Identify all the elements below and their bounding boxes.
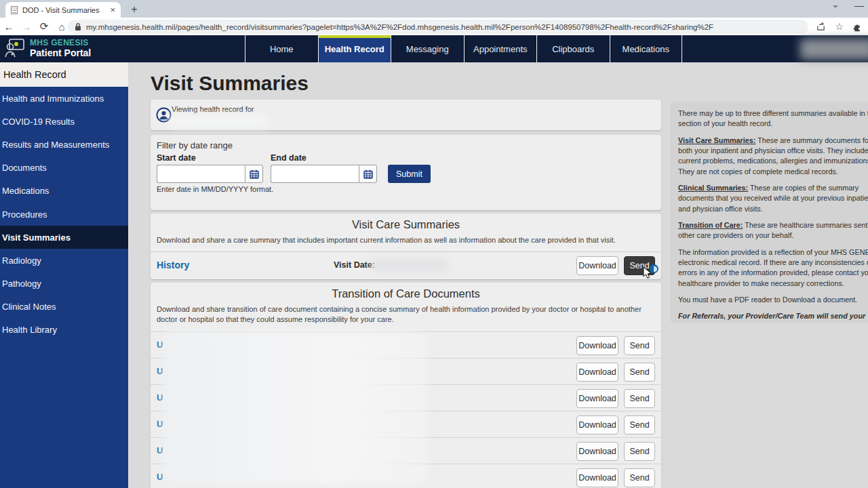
nav-tab-clipboards[interactable]: Clipboards: [536, 35, 610, 62]
sidebar-item-medications[interactable]: Medications: [0, 180, 128, 203]
calendar-icon: [250, 169, 259, 179]
info-panel: There may be up to three different summa…: [670, 102, 868, 323]
toolbar-right-icons: ☆: [816, 18, 863, 35]
info-paragraph: The information provided is a reflection…: [678, 247, 868, 289]
browser-tab-strip: DOD - Visit Summaries × + ⌄ —: [0, 0, 868, 18]
history-link[interactable]: History: [157, 260, 189, 270]
share-icon[interactable]: [816, 22, 826, 32]
viewing-record-card: Viewing health record for: [151, 100, 661, 130]
document-link-redacted[interactable]: U: [157, 340, 163, 350]
end-date-calendar-button[interactable]: [359, 165, 377, 183]
sidebar-item-results-and-measurements[interactable]: Results and Measurements: [0, 133, 128, 156]
send-button[interactable]: Send: [624, 336, 655, 355]
info-paragraph: Visit Care Summaries: These are summary …: [678, 136, 868, 177]
download-button[interactable]: Download: [576, 442, 618, 461]
url-bar[interactable]: my.mhsgenesis.health.mil/pages/health_re…: [68, 20, 808, 34]
end-date-group: [271, 165, 377, 183]
sidebar-item-clinical-notes[interactable]: Clinical Notes: [0, 296, 128, 319]
tab-title: DOD - Visit Summaries: [22, 6, 105, 14]
nav-tab-appointments[interactable]: Appointments: [464, 35, 537, 62]
end-date-input[interactable]: [271, 165, 359, 183]
download-button[interactable]: Download: [576, 389, 618, 408]
portal-header: MHS GENESIS Patient Portal Home Health R…: [0, 35, 868, 62]
user-name-redacted: [800, 39, 868, 60]
lock-icon: [75, 22, 81, 31]
brand-name: MHS GENESIS: [30, 38, 91, 47]
download-button[interactable]: Download: [576, 336, 618, 355]
transition-title: Transition of Care Documents: [151, 283, 661, 300]
download-button[interactable]: Download: [576, 256, 618, 275]
browser-toolbar: ← → ⟳ ⌂ my.mhsgenesis.health.mil/pages/h…: [0, 18, 868, 35]
portal-logo[interactable]: MHS GENESIS Patient Portal: [4, 38, 91, 58]
back-icon[interactable]: ←: [0, 21, 18, 33]
top-navigation: Home Health Record Messaging Appointment…: [245, 35, 682, 62]
download-button[interactable]: Download: [576, 363, 618, 382]
nav-tab-health-record[interactable]: Health Record: [318, 35, 391, 62]
document-link-redacted[interactable]: U: [157, 445, 163, 455]
nav-tab-medications[interactable]: Medications: [610, 35, 683, 62]
calendar-icon: [363, 169, 373, 179]
extensions-puzzle-icon[interactable]: [852, 22, 863, 32]
visit-date-label: Visit Date:: [334, 260, 375, 270]
end-date-label: End date: [271, 153, 307, 163]
page-title: Visit Summaries: [151, 72, 309, 95]
start-date-group: [157, 165, 263, 183]
document-link-redacted[interactable]: U: [157, 366, 163, 376]
download-button[interactable]: Download: [576, 415, 618, 434]
visit-care-summaries-description: Download and share a care summary that i…: [151, 231, 661, 245]
visit-date-redacted: [372, 260, 448, 272]
sidebar-item-health-library[interactable]: Health Library: [0, 319, 128, 342]
tab-close-icon[interactable]: ×: [110, 5, 115, 15]
sidebar-item-documents[interactable]: Documents: [0, 157, 128, 180]
sidebar-list: Health and Immunizations COVID-19 Result…: [0, 87, 128, 488]
document-link-redacted[interactable]: U: [157, 392, 163, 403]
sidebar-item-procedures[interactable]: Procedures: [0, 203, 128, 226]
new-tab-button[interactable]: +: [127, 3, 141, 16]
nav-tab-messaging[interactable]: Messaging: [391, 35, 464, 62]
send-button[interactable]: Send: [624, 468, 655, 487]
sidebar-item-visit-summaries[interactable]: Visit Summaries: [0, 226, 128, 249]
info-paragraph-referrals: For Referrals, your Provider/Care Team w…: [678, 311, 868, 323]
sidebar-item-health-and-immunizations[interactable]: Health and Immunizations: [0, 87, 128, 110]
nav-tab-home[interactable]: Home: [245, 35, 318, 62]
tab-favicon-icon: [11, 6, 18, 14]
download-button[interactable]: Download: [576, 468, 618, 487]
start-date-label: Start date: [157, 153, 196, 163]
sidebar: Health Record Health and Immunizations C…: [0, 62, 128, 488]
info-paragraph: Transition of Care: These are healthcare…: [678, 220, 868, 241]
viewing-record-label: Viewing health record for: [172, 105, 254, 113]
filter-title: Filter by date range: [157, 140, 233, 150]
document-names-redacted: [163, 331, 427, 484]
info-paragraph: You must have a PDF reader to Download a…: [678, 295, 868, 305]
send-button[interactable]: Send: [624, 442, 655, 461]
document-link-redacted[interactable]: U: [157, 419, 163, 429]
patient-name-redacted: [170, 115, 268, 128]
window-chevron-icon[interactable]: ⌄: [831, 0, 840, 9]
mouse-cursor-icon: [643, 266, 652, 280]
sidebar-item-radiology[interactable]: Radiology: [0, 249, 128, 272]
date-format-hint: Enter date in MM/DD/YYYY format.: [157, 185, 273, 193]
start-date-calendar-button[interactable]: [245, 165, 263, 183]
browser-tab[interactable]: DOD - Visit Summaries ×: [5, 2, 121, 18]
visit-care-summaries-title: Visit Care Summaries: [151, 214, 661, 231]
document-link-redacted[interactable]: U: [157, 472, 163, 482]
visit-care-summaries-card: Visit Care Summaries Download and share …: [151, 214, 661, 279]
sidebar-item-covid-19-results[interactable]: COVID-19 Results: [0, 110, 128, 133]
bookmark-star-icon[interactable]: ☆: [835, 22, 844, 31]
transition-description: Download and share transition of care do…: [151, 300, 661, 325]
send-button[interactable]: Send: [624, 415, 655, 434]
info-paragraph: There may be up to three different summa…: [678, 108, 868, 129]
window-minimize-icon[interactable]: —: [854, 0, 864, 11]
screen: DOD - Visit Summaries × + ⌄ — ← → ⟳ ⌂ my…: [0, 0, 868, 488]
date-filter-card: Filter by date range Start date End date: [151, 135, 661, 210]
care-summary-row: History Visit Date: Download Send: [151, 251, 661, 279]
send-button[interactable]: Send: [624, 389, 655, 408]
forward-icon[interactable]: →: [18, 21, 35, 33]
reload-icon[interactable]: ⟳: [35, 20, 53, 33]
sidebar-item-pathology[interactable]: Pathology: [0, 272, 128, 296]
start-date-input[interactable]: [157, 165, 245, 183]
url-text: my.mhsgenesis.health.mil/pages/health_re…: [86, 23, 713, 31]
info-paragraph: Clinical Summaries: These are copies of …: [678, 183, 868, 214]
send-button[interactable]: Send: [624, 363, 655, 382]
submit-button[interactable]: Submit: [388, 165, 431, 183]
